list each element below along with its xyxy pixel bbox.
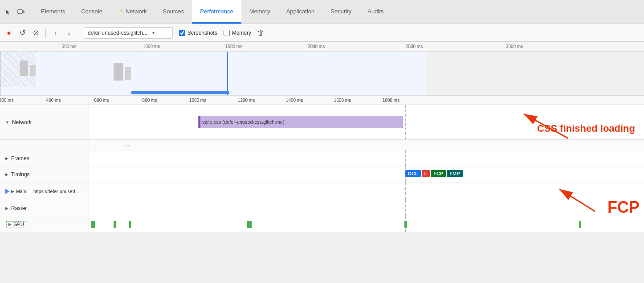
memory-checkbox[interactable] bbox=[224, 30, 230, 36]
clear-button[interactable]: 🗑 bbox=[257, 29, 264, 36]
upload-button[interactable]: ↑ bbox=[50, 28, 61, 38]
frames-row: ▶ Frames bbox=[0, 150, 644, 166]
tab-sources[interactable]: Sources bbox=[155, 0, 192, 24]
tick-2500ms: 2500 ms bbox=[406, 44, 423, 49]
raster-label[interactable]: ▶ Raster bbox=[0, 200, 89, 216]
screenshots-checkbox[interactable] bbox=[179, 30, 185, 36]
stop-button[interactable]: ⊘ bbox=[30, 28, 41, 38]
more-row: ··· bbox=[0, 140, 644, 150]
timings-label[interactable]: ▶ Timings bbox=[0, 166, 89, 182]
tick-3000ms: 3000 ms bbox=[506, 44, 523, 49]
timings-timeline: DCL L FCP FMP bbox=[89, 166, 644, 182]
btick-400ms: 400 ms bbox=[46, 98, 61, 103]
frames-triangle: ▶ bbox=[5, 156, 8, 161]
network-area: ▼ Network style.css (defer-unused-css.gl… bbox=[0, 105, 644, 140]
timings-triangle: ▶ bbox=[5, 172, 8, 177]
toolbar: ● ↺ ⊘ ↑ ↓ defer-unused-css.glitch.... ▾ … bbox=[0, 24, 644, 42]
checkbox-group: Screenshots Memory bbox=[179, 30, 251, 36]
tab-bar: Elements Console ⚠ Network Sources Perfo… bbox=[0, 0, 644, 24]
css-bar[interactable]: style.css (defer-unused-css.glitch.me) bbox=[198, 116, 403, 128]
frames-label[interactable]: ▶ Frames bbox=[0, 150, 89, 166]
svg-rect-5 bbox=[125, 67, 131, 80]
triangle-icon: ▼ bbox=[5, 120, 9, 125]
cursor-icon[interactable] bbox=[4, 7, 13, 17]
url-display[interactable]: defer-unused-css.glitch.... ▾ bbox=[84, 27, 173, 39]
btick-600ms: 600 ms bbox=[94, 98, 109, 103]
raster-timeline bbox=[89, 200, 644, 216]
network-section: ▼ Network style.css (defer-unused-css.gl… bbox=[0, 105, 644, 140]
frames-timeline bbox=[89, 150, 644, 166]
badge-fmp: FMP bbox=[447, 170, 462, 177]
svg-rect-1 bbox=[23, 11, 24, 13]
tab-elements[interactable]: Elements bbox=[33, 0, 73, 24]
svg-rect-4 bbox=[114, 63, 123, 81]
network-timeline: style.css (defer-unused-css.glitch.me) bbox=[89, 105, 644, 139]
timeline-overview[interactable] bbox=[0, 52, 644, 95]
btick-1600ms: 1600 ms bbox=[334, 98, 351, 103]
btick-200ms: 200 ms bbox=[0, 98, 13, 103]
main-triangle: ▶ bbox=[11, 189, 14, 194]
gpu-bar-6 bbox=[579, 221, 581, 228]
reload-button[interactable]: ↺ bbox=[17, 28, 28, 38]
tab-console[interactable]: Console bbox=[73, 0, 110, 24]
gpu-dashed-box: ▶ GPU bbox=[6, 221, 26, 227]
raster-vline bbox=[405, 200, 406, 216]
memory-checkbox-label[interactable]: Memory bbox=[224, 30, 251, 36]
gpu-bar-2 bbox=[114, 221, 116, 228]
gpu-triangle: ▶ bbox=[8, 222, 12, 226]
more-dots: ··· bbox=[126, 142, 131, 149]
raster-row: ▶ Raster bbox=[0, 200, 644, 216]
gpu-timeline bbox=[89, 216, 644, 232]
main-timeline bbox=[89, 182, 644, 200]
separator-1 bbox=[45, 28, 46, 38]
badge-l: L bbox=[422, 170, 430, 177]
tab-performance[interactable]: Performance bbox=[192, 0, 241, 24]
bottom-ruler: 200 ms 400 ms 600 ms 800 ms 1000 ms 1200… bbox=[0, 95, 644, 105]
main-play-icon bbox=[5, 189, 9, 194]
tab-audits[interactable]: Audits bbox=[359, 0, 391, 24]
tick-500ms: 500 ms bbox=[62, 44, 77, 49]
record-button[interactable]: ● bbox=[4, 28, 14, 38]
badge-dcl: DCL bbox=[405, 170, 421, 177]
tab-security[interactable]: Security bbox=[322, 0, 359, 24]
timings-row: ▶ Timings DCL L FCP FMP bbox=[0, 166, 644, 182]
main-label[interactable]: ▶ Main — https://defer-unused-css.glitch… bbox=[0, 182, 89, 200]
overview-blue-bar bbox=[131, 91, 229, 94]
screenshots-checkbox-label[interactable]: Screenshots bbox=[179, 30, 217, 36]
overview-thumbnails bbox=[0, 52, 644, 95]
network-vline bbox=[405, 105, 406, 139]
main-row: ▶ Main — https://defer-unused-css.glitch… bbox=[0, 182, 644, 200]
gpu-bar-5 bbox=[404, 221, 407, 228]
tab-network[interactable]: ⚠ Network bbox=[110, 0, 155, 24]
network-label: ▼ Network bbox=[0, 105, 89, 139]
svg-rect-2 bbox=[20, 61, 28, 76]
download-button[interactable]: ↓ bbox=[64, 28, 74, 38]
device-icon[interactable] bbox=[16, 7, 26, 17]
warning-icon: ⚠ bbox=[118, 8, 124, 15]
btick-1400ms: 1400 ms bbox=[286, 98, 303, 103]
svg-rect-3 bbox=[30, 65, 36, 76]
gpu-bar-1 bbox=[91, 221, 95, 228]
url-text: defer-unused-css.glitch.... bbox=[88, 30, 149, 36]
btick-1000ms: 1000 ms bbox=[189, 98, 206, 103]
timing-badges: DCL L FCP FMP bbox=[405, 170, 463, 177]
top-ruler: 500 ms 1000 ms 1500 ms 2000 ms 2500 ms 3… bbox=[0, 42, 644, 52]
btick-1800ms: 1800 ms bbox=[383, 98, 399, 103]
chevron-down-icon: ▾ bbox=[152, 30, 155, 35]
raster-triangle: ▶ bbox=[5, 206, 8, 210]
separator-2 bbox=[79, 28, 79, 38]
svg-rect-0 bbox=[18, 10, 22, 13]
frames-vline bbox=[405, 150, 406, 166]
badge-fcp: FCP bbox=[431, 170, 446, 177]
tick-1000ms: 1000 ms bbox=[143, 44, 160, 49]
gpu-label[interactable]: ▶ GPU bbox=[0, 216, 89, 232]
timeline-overview-container: 500 ms 1000 ms 1500 ms 2000 ms 2500 ms 3… bbox=[0, 42, 644, 95]
tick-1500ms: 1500 ms bbox=[225, 44, 242, 49]
btick-800ms: 800 ms bbox=[143, 98, 157, 103]
gpu-row: ▶ GPU bbox=[0, 216, 644, 232]
tab-memory[interactable]: Memory bbox=[241, 0, 278, 24]
main-vline bbox=[405, 182, 406, 200]
tab-application[interactable]: Application bbox=[278, 0, 323, 24]
gpu-bar-4 bbox=[247, 221, 252, 228]
btick-1200ms: 1200 ms bbox=[238, 98, 255, 103]
